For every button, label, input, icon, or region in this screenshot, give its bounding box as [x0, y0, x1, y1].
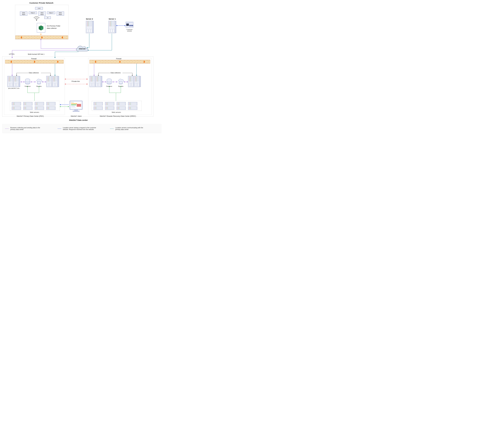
pdc-database-label: Database: [24, 86, 31, 87]
drdc-collector-left: [89, 76, 95, 87]
pdc-bigdata-label: Big data: [36, 86, 42, 87]
drdc-bigdata-icon: [118, 78, 124, 85]
mini-rack: [105, 102, 114, 106]
mini-rack: [128, 107, 137, 110]
legend-teal-text: Location servers communicating with the …: [115, 127, 149, 130]
svg-rect-5: [126, 22, 133, 23]
drdc-bigdata-label: Big data: [118, 86, 124, 87]
pdc-bigdata-icon: [36, 78, 42, 85]
drdc-collector-left-b: [95, 76, 101, 87]
svg-rect-23: [75, 109, 77, 111]
architecture-diagram: Customer Private Network .com Web Apps h…: [0, 0, 164, 137]
poller-line2: data collector: [47, 27, 57, 29]
poller-line1: On-Premise Poller: [47, 25, 60, 27]
pdc-collector-left: [7, 76, 13, 87]
svg-rect-19: [71, 105, 76, 105]
drdc-database-icon: [106, 78, 112, 85]
chip-webapps-1: Web Apps: [20, 11, 27, 16]
chip-webapps-3: Web Apps: [57, 11, 64, 16]
pdc-collector-left-b: [13, 76, 19, 87]
svg-point-15: [71, 102, 72, 103]
mini-rack: [94, 107, 103, 110]
pdc-collector-right-b: [52, 76, 58, 87]
mini-rack: [35, 102, 44, 106]
pdc-datacollectors-label: Data collectors: [29, 72, 39, 74]
server2-label: Server 2: [86, 18, 93, 20]
pdc-database-icon: [25, 78, 30, 85]
multihomed-label: Multi-homed ISP link 1: [28, 53, 45, 55]
customer-website-icon: Webiste: [126, 22, 133, 29]
mini-rack: [12, 102, 21, 106]
mini-rack: [46, 107, 56, 110]
svg-rect-21: [71, 106, 75, 107]
mini-rack: [94, 102, 103, 106]
pdc-firewall: [5, 60, 64, 63]
https-label: HTTPS: [9, 53, 14, 55]
mini-rack: [46, 102, 56, 106]
pdc-collector-right: [46, 76, 52, 87]
svg-text:Webiste: Webiste: [130, 25, 132, 26]
legend-teal: Location servers communicating with the …: [110, 127, 159, 130]
mini-rack: [35, 107, 44, 110]
poller-box: [37, 23, 45, 32]
wifi-icon: [33, 16, 40, 21]
legend-blue: Location server raising a request to the…: [57, 127, 106, 130]
mini-rack: [23, 107, 32, 110]
svg-rect-18: [71, 103, 77, 104]
drdc-firewall: [89, 60, 150, 63]
pdc-firewall-label: Firewall: [31, 58, 37, 60]
datacenter-overall-title: Site24x7 Data center: [69, 119, 88, 121]
svg-rect-22: [71, 107, 76, 107]
svg-point-16: [72, 102, 73, 103]
svg-rect-24: [73, 111, 79, 112]
mini-rack: [105, 107, 114, 110]
chip-https-2: https://: [47, 11, 55, 14]
cube-icon: [38, 25, 44, 30]
drdc-collector-right: [128, 76, 134, 87]
mini-rack: [12, 107, 21, 110]
pdc-title: Site24x7 Primary Data Center (PDC): [17, 115, 44, 117]
svg-point-17: [73, 102, 73, 103]
mini-rack: [23, 102, 32, 106]
mini-rack: [128, 102, 137, 106]
server2-icon: [86, 21, 93, 33]
customer-network-title: Customer Private Network: [29, 2, 53, 4]
drdc-database-label: Database: [106, 86, 113, 87]
mini-rack: [117, 102, 126, 106]
svg-rect-20: [77, 104, 81, 107]
internet-label: Internet: [75, 48, 90, 50]
drdc-firewall-label: Firewall: [116, 58, 121, 60]
client-label: Site24x7 client: [71, 115, 82, 117]
mini-rack: [117, 107, 126, 110]
chip-https-1: https://: [29, 11, 37, 14]
client-icon: [69, 100, 83, 113]
chip-webapps-2: Web Apps: [38, 11, 46, 16]
drdc-datacollectors-label: Data collectors: [111, 72, 121, 74]
legend: Browsers collecting and sending data to …: [2, 124, 161, 133]
poller-label: On-Premise Poller data collector: [47, 25, 60, 29]
chip-com: .com: [35, 7, 43, 10]
svg-rect-6: [126, 24, 129, 26]
pdc-webservers-label: Web servers: [29, 111, 40, 113]
legend-blue-text: Location server raising a request to the…: [63, 127, 99, 130]
customer-website-label: Customer website: [126, 29, 133, 32]
plus-site-label: plus.site24x7.com: [6, 88, 21, 89]
legend-purple: Browsers collecting and sending data to …: [5, 127, 54, 130]
legend-purple-text: Browsers collecting and sending data to …: [10, 127, 44, 130]
svg-point-0: [36, 20, 37, 21]
drdc-collector-right-b: [134, 76, 140, 87]
server1-icon: [108, 21, 115, 33]
internet-cloud: Internet: [75, 44, 90, 53]
firewall-customer: [15, 36, 68, 39]
drdc-webservers-label: Web servers: [111, 111, 122, 113]
chip-in: .in: [44, 16, 51, 19]
drdc-title: Site24x7 Disaster Recovery Data Center (…: [100, 115, 136, 117]
customer-network-box: [15, 5, 68, 39]
server1-label: Server 1: [109, 18, 116, 20]
